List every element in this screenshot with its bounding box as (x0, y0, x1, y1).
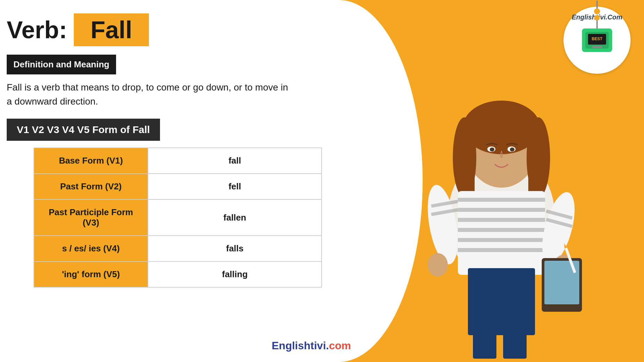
form-label-cell: s / es/ ies (V4) (34, 236, 148, 261)
form-label-cell: Past Form (V2) (34, 174, 148, 199)
table-row: 'ing' form (V5)falling (34, 261, 322, 287)
forms-header: V1 V2 V3 V4 V5 Form of Fall (7, 119, 160, 141)
svg-rect-20 (458, 238, 545, 242)
form-value-cell: fall (148, 148, 322, 174)
form-value-cell: falls (148, 236, 322, 261)
svg-rect-15 (458, 191, 545, 275)
table-row: Base Form (V1)fall (34, 148, 322, 174)
svg-rect-21 (458, 248, 545, 252)
person-svg (387, 84, 615, 362)
definition-text: Fall is a verb that means to drop, to co… (7, 80, 295, 109)
table-row: Past Participle Form (V3)fallen (34, 199, 322, 236)
table-row: Past Form (V2)fell (34, 174, 322, 199)
form-value-cell: fallen (148, 199, 322, 236)
person-illustration (359, 60, 644, 362)
logo-tv-icon: BEST (582, 28, 612, 52)
svg-rect-36 (503, 325, 527, 359)
left-content-area: Verb: Fall Definition and Meaning Fall i… (0, 0, 302, 362)
svg-rect-18 (458, 218, 545, 222)
table-row: s / es/ ies (V4)falls (34, 236, 322, 261)
svg-rect-2 (592, 46, 602, 48)
svg-text:BEST: BEST (592, 37, 603, 41)
form-label-cell: 'ing' form (V5) (34, 261, 148, 287)
definition-header: Definition and Meaning (7, 55, 116, 74)
svg-point-13 (490, 147, 494, 152)
svg-point-14 (510, 147, 515, 152)
svg-rect-16 (458, 198, 545, 202)
form-label-cell: Base Form (V1) (34, 148, 148, 174)
verb-prefix-label: Verb: (7, 16, 67, 44)
svg-rect-19 (458, 228, 545, 232)
brand-com: com (329, 340, 351, 352)
svg-rect-17 (458, 208, 545, 212)
brand-dot: . (326, 340, 329, 352)
brand-text-blue: Englishtivi (272, 340, 326, 352)
form-value-cell: falling (148, 261, 322, 287)
svg-rect-35 (473, 325, 496, 359)
verb-forms-table: Base Form (V1)fallPast Form (V2)fellPast… (34, 147, 322, 288)
title-area: Verb: Fall (7, 13, 295, 46)
form-label-cell: Past Participle Form (V3) (34, 199, 148, 236)
bottom-branding: Englishtivi.com (272, 340, 351, 352)
svg-point-28 (428, 253, 448, 277)
logo-circle: Englishtivi.Com BEST (564, 7, 631, 74)
tv-screen-icon: BEST (585, 32, 609, 49)
verb-word-highlight: Fall (74, 13, 149, 46)
form-value-cell: fell (148, 174, 322, 199)
